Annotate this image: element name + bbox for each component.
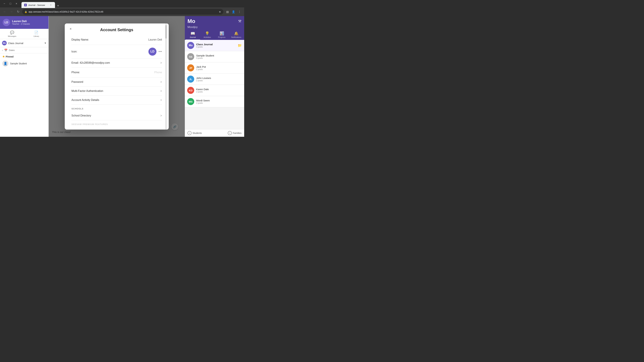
progress-nav-label: Progress: [218, 36, 226, 38]
student-posts-3: 2 posts: [196, 91, 242, 93]
nav-notifications-tab[interactable]: 🔔 Notifications: [229, 30, 244, 40]
nav-library[interactable]: 📄 Library: [24, 29, 49, 39]
browser-action-buttons: ▤ 👤 ⋮: [225, 9, 242, 14]
messages-label: Messages: [8, 35, 16, 37]
tab-bar: S Journal - Seesaw × +: [20, 0, 242, 8]
student-avatar-4: MS: [187, 98, 194, 105]
display-name-label: Display Name:: [72, 38, 105, 41]
notifications-nav-label: Notifications: [231, 36, 241, 38]
activities-nav-label: Activities: [204, 36, 211, 38]
progress-nav-icon: 📊: [220, 31, 224, 36]
sample-student-name: Sample Student: [10, 62, 27, 65]
student-item-0[interactable]: SS Sample Student 3 posts: [185, 51, 244, 62]
icon-options-button[interactable]: •••: [158, 50, 162, 53]
notifications-nav-icon: 🔔: [234, 31, 238, 36]
student-posts-0: 3 posts: [196, 57, 242, 59]
modal-close-button[interactable]: ×: [68, 26, 73, 31]
student-initials-0: SS: [189, 55, 192, 58]
right-panel-header: Mo ⚒: [185, 16, 244, 26]
sidebar-navigation: 💬 Messages 📄 Library: [0, 29, 48, 39]
activities-nav-icon: 💡: [205, 31, 210, 36]
student-name-4: Mordi Seem: [196, 99, 242, 102]
pinned-label: ★ Pinned: [2, 55, 46, 58]
display-name-row: Display Name: Lauren Deli: [72, 35, 162, 45]
pinned-section: ★ Pinned: [0, 53, 48, 59]
student-item-1[interactable]: JP Jack Pot 2 posts: [185, 62, 244, 73]
phone-label: Phone:: [72, 71, 105, 74]
extensions-button[interactable]: ▤: [225, 9, 230, 14]
add-families-button[interactable]: + Families: [228, 131, 242, 135]
class-journal-item[interactable]: Mo Class Journal 3 posts 📁: [185, 40, 244, 51]
user-avatar: LD: [3, 19, 10, 26]
class-selector[interactable]: Mo Class Journal ▼: [0, 39, 48, 47]
modal-title: Account Settings: [72, 27, 162, 32]
bookmark-icon[interactable]: ★: [219, 10, 221, 13]
refresh-button[interactable]: ↻: [16, 9, 21, 14]
sample-student-item[interactable]: 👤 Sample Student: [0, 59, 48, 68]
browser-titlebar: − □ × S Journal - Seesaw × +: [0, 0, 244, 7]
left-sidebar: LD Lauren Deli Teacher - 2 Classes 💬 Mes…: [0, 16, 49, 137]
email-arrow: >: [160, 61, 162, 65]
student-item-3[interactable]: KD Karen Dale 2 posts: [185, 85, 244, 96]
school-directory-label: School Directory: [72, 114, 91, 117]
password-row[interactable]: Password >: [72, 78, 162, 87]
calendar-icon: 📅: [4, 49, 8, 52]
student-name-3: Karen Dale: [196, 88, 242, 91]
activity-arrow: >: [160, 98, 162, 102]
families-label: Families: [233, 132, 242, 134]
student-info-4: Mordi Seem 2 posts: [196, 99, 242, 104]
class-journal-info: Class Journal 3 posts: [196, 43, 236, 48]
student-info-2: John Louises 2 posts: [196, 77, 242, 82]
menu-button[interactable]: ⋮: [237, 9, 242, 14]
mfa-arrow: >: [160, 89, 162, 93]
close-button[interactable]: ×: [14, 1, 19, 6]
class-journal-avatar: Mo: [187, 42, 194, 49]
nav-progress-tab[interactable]: 📊 Progress: [214, 30, 229, 40]
phone-placeholder[interactable]: Phone: [105, 71, 162, 74]
forward-button[interactable]: →: [9, 9, 14, 14]
mfa-row[interactable]: Multi-Factor Authentication >: [72, 87, 162, 96]
student-posts-2: 2 posts: [196, 79, 242, 82]
address-bar[interactable]: 🔒 app.seesaw.me/#/class/class.e01bf4c2-9…: [22, 9, 224, 14]
maximize-button[interactable]: □: [8, 1, 13, 6]
settings-icon[interactable]: ⚒: [238, 19, 242, 23]
user-profile-header[interactable]: LD Lauren Deli Teacher - 2 Classes: [0, 16, 48, 29]
user-icon-avatar: LD: [148, 48, 156, 56]
student-initials-3: KD: [189, 89, 192, 92]
tab-close-button[interactable]: ×: [49, 3, 52, 6]
messages-icon: 💬: [10, 30, 14, 34]
back-arrow-icon[interactable]: ‹: [2, 49, 3, 52]
student-item-4[interactable]: MS Mordi Seem 2 posts: [185, 96, 244, 107]
minimize-button[interactable]: −: [2, 1, 7, 6]
school-directory-arrow: >: [160, 114, 162, 117]
profile-button[interactable]: 👤: [231, 9, 236, 14]
right-panel-nav: 📖 Journal 💡 Activities 📊 Progress 🔔 Noti…: [185, 30, 244, 40]
app-container: LD Lauren Deli Teacher - 2 Classes 💬 Mes…: [0, 16, 244, 137]
nav-messages[interactable]: 💬 Messages: [0, 29, 24, 39]
modal-scrollbar[interactable]: [165, 23, 167, 130]
student-initials-2: JL: [189, 78, 192, 81]
nav-activities-tab[interactable]: 💡 Activities: [200, 30, 215, 40]
user-info: Lauren Deli Teacher - 2 Classes: [12, 20, 46, 25]
email-row[interactable]: Email: 42c28599@moodjoy.com >: [72, 58, 162, 67]
student-item-2[interactable]: JL John Louises 2 posts: [185, 73, 244, 85]
icon-display: LD •••: [148, 48, 162, 56]
active-tab[interactable]: S Journal - Seesaw ×: [22, 2, 55, 8]
email-text: Email: 42c28599@moodjoy.com: [72, 61, 110, 64]
school-directory-row[interactable]: School Directory >: [72, 111, 162, 120]
account-settings-modal: × Account Settings Display Name: Lauren …: [65, 23, 169, 130]
class-journal-posts: 3 posts: [196, 46, 236, 48]
back-button[interactable]: ←: [2, 9, 8, 14]
student-initials-1: JP: [189, 66, 192, 69]
student-avatar-3: KD: [187, 87, 194, 94]
mfa-label: Multi-Factor Authentication: [72, 89, 103, 92]
activity-row[interactable]: Account Activity Details >: [72, 96, 162, 105]
nav-journal-tab[interactable]: 📖 Journal: [186, 30, 200, 40]
add-families-icon: +: [228, 131, 232, 135]
library-label: Library: [34, 35, 39, 37]
class-icon: Mo: [2, 41, 7, 45]
modal-overlay[interactable]: × Account Settings Display Name: Lauren …: [49, 16, 185, 137]
add-students-button[interactable]: + Students: [188, 131, 202, 135]
student-name-2: John Louises: [196, 77, 242, 79]
dates-label[interactable]: Dates: [9, 49, 14, 51]
